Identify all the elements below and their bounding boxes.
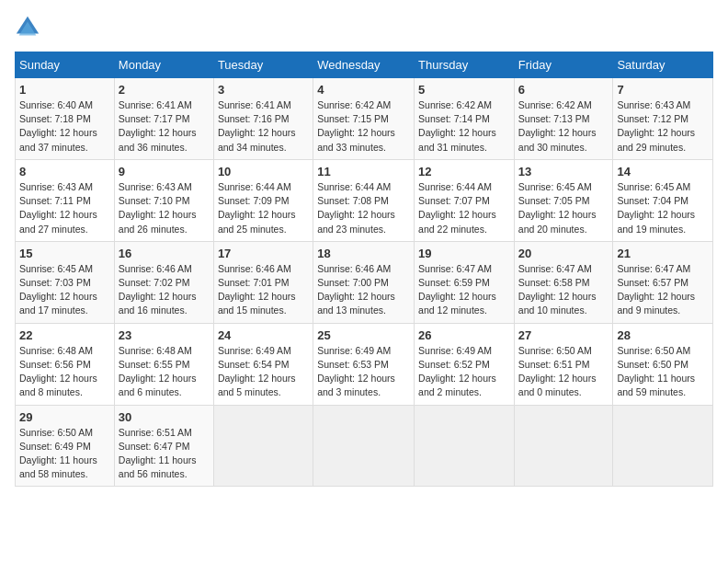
day-number: 2: [119, 83, 210, 97]
day-number: 13: [518, 165, 609, 178]
day-number: 7: [617, 83, 709, 97]
day-info: Sunrise: 6:47 AM Sunset: 6:59 PM Dayligh…: [418, 262, 510, 318]
day-info: Sunrise: 6:41 AM Sunset: 7:16 PM Dayligh…: [218, 98, 309, 155]
calendar-cell: 3Sunrise: 6:41 AM Sunset: 7:16 PM Daylig…: [213, 78, 313, 160]
calendar-cell: 27Sunrise: 6:50 AM Sunset: 6:51 PM Dayli…: [514, 323, 613, 405]
calendar-cell: 11Sunrise: 6:44 AM Sunset: 7:08 PM Dayli…: [313, 159, 415, 241]
calendar-header-wednesday: Wednesday: [313, 52, 415, 78]
calendar-cell: 6Sunrise: 6:42 AM Sunset: 7:13 PM Daylig…: [514, 78, 613, 160]
day-number: 26: [418, 328, 510, 342]
logo-icon: [15, 15, 40, 40]
day-info: Sunrise: 6:42 AM Sunset: 7:13 PM Dayligh…: [518, 98, 609, 155]
day-number: 17: [218, 247, 309, 260]
calendar-week-row: 29Sunrise: 6:50 AM Sunset: 6:49 PM Dayli…: [16, 405, 713, 487]
calendar-header-row: SundayMondayTuesdayWednesdayThursdayFrid…: [16, 52, 713, 78]
day-number: 23: [119, 328, 210, 342]
calendar-cell: 19Sunrise: 6:47 AM Sunset: 6:59 PM Dayli…: [415, 241, 515, 323]
day-number: 9: [119, 165, 210, 178]
day-info: Sunrise: 6:44 AM Sunset: 7:08 PM Dayligh…: [317, 180, 410, 236]
day-info: Sunrise: 6:45 AM Sunset: 7:03 PM Dayligh…: [19, 262, 110, 318]
calendar-header-sunday: Sunday: [16, 52, 115, 78]
calendar-cell: 10Sunrise: 6:44 AM Sunset: 7:09 PM Dayli…: [213, 159, 313, 241]
day-info: Sunrise: 6:46 AM Sunset: 7:02 PM Dayligh…: [119, 262, 210, 318]
calendar-cell: 15Sunrise: 6:45 AM Sunset: 7:03 PM Dayli…: [16, 241, 115, 323]
calendar-cell: 1Sunrise: 6:40 AM Sunset: 7:18 PM Daylig…: [16, 78, 115, 160]
calendar-header-friday: Friday: [514, 52, 613, 78]
calendar-cell: 29Sunrise: 6:50 AM Sunset: 6:49 PM Dayli…: [16, 405, 115, 487]
calendar-header-monday: Monday: [114, 52, 213, 78]
day-number: 3: [218, 83, 309, 97]
day-info: Sunrise: 6:40 AM Sunset: 7:18 PM Dayligh…: [19, 98, 110, 155]
calendar-cell: 8Sunrise: 6:43 AM Sunset: 7:11 PM Daylig…: [16, 159, 115, 241]
day-number: 11: [317, 165, 410, 178]
calendar-cell: 21Sunrise: 6:47 AM Sunset: 6:57 PM Dayli…: [613, 241, 713, 323]
calendar-cell: 25Sunrise: 6:49 AM Sunset: 6:53 PM Dayli…: [313, 323, 415, 405]
day-info: Sunrise: 6:42 AM Sunset: 7:15 PM Dayligh…: [317, 98, 410, 155]
day-number: 29: [19, 410, 110, 424]
calendar-cell: 17Sunrise: 6:46 AM Sunset: 7:01 PM Dayli…: [213, 241, 313, 323]
calendar-week-row: 1Sunrise: 6:40 AM Sunset: 7:18 PM Daylig…: [16, 78, 713, 160]
day-info: Sunrise: 6:47 AM Sunset: 6:57 PM Dayligh…: [617, 262, 709, 318]
logo: [15, 15, 44, 40]
calendar-cell: 28Sunrise: 6:50 AM Sunset: 6:50 PM Dayli…: [613, 323, 713, 405]
calendar-cell: 9Sunrise: 6:43 AM Sunset: 7:10 PM Daylig…: [114, 159, 213, 241]
day-number: 28: [617, 328, 709, 342]
day-info: Sunrise: 6:45 AM Sunset: 7:04 PM Dayligh…: [617, 180, 709, 236]
day-info: Sunrise: 6:44 AM Sunset: 7:09 PM Dayligh…: [218, 180, 309, 236]
day-number: 8: [19, 165, 110, 178]
day-info: Sunrise: 6:51 AM Sunset: 6:47 PM Dayligh…: [119, 426, 210, 482]
day-info: Sunrise: 6:48 AM Sunset: 6:56 PM Dayligh…: [19, 344, 110, 400]
day-info: Sunrise: 6:42 AM Sunset: 7:14 PM Dayligh…: [418, 98, 510, 155]
calendar-cell: 26Sunrise: 6:49 AM Sunset: 6:52 PM Dayli…: [415, 323, 515, 405]
calendar-cell: 7Sunrise: 6:43 AM Sunset: 7:12 PM Daylig…: [613, 78, 713, 160]
calendar-cell: 5Sunrise: 6:42 AM Sunset: 7:14 PM Daylig…: [415, 78, 515, 160]
day-info: Sunrise: 6:50 AM Sunset: 6:51 PM Dayligh…: [518, 344, 609, 400]
calendar-week-row: 8Sunrise: 6:43 AM Sunset: 7:11 PM Daylig…: [16, 159, 713, 241]
day-info: Sunrise: 6:50 AM Sunset: 6:50 PM Dayligh…: [617, 344, 709, 400]
calendar-cell: [415, 405, 515, 487]
day-number: 15: [19, 247, 110, 260]
day-info: Sunrise: 6:46 AM Sunset: 7:00 PM Dayligh…: [317, 262, 410, 318]
day-number: 27: [518, 328, 609, 342]
calendar-week-row: 15Sunrise: 6:45 AM Sunset: 7:03 PM Dayli…: [16, 241, 713, 323]
day-number: 10: [218, 165, 309, 178]
calendar-week-row: 22Sunrise: 6:48 AM Sunset: 6:56 PM Dayli…: [16, 323, 713, 405]
calendar-cell: 24Sunrise: 6:49 AM Sunset: 6:54 PM Dayli…: [213, 323, 313, 405]
day-info: Sunrise: 6:46 AM Sunset: 7:01 PM Dayligh…: [218, 262, 309, 318]
calendar-cell: 18Sunrise: 6:46 AM Sunset: 7:00 PM Dayli…: [313, 241, 415, 323]
day-number: 1: [19, 83, 110, 97]
page-header: [15, 15, 713, 40]
day-number: 25: [317, 328, 410, 342]
day-number: 21: [617, 247, 709, 260]
day-info: Sunrise: 6:41 AM Sunset: 7:17 PM Dayligh…: [119, 98, 210, 155]
calendar-cell: [613, 405, 713, 487]
calendar-cell: [313, 405, 415, 487]
day-info: Sunrise: 6:49 AM Sunset: 6:54 PM Dayligh…: [218, 344, 309, 400]
day-info: Sunrise: 6:50 AM Sunset: 6:49 PM Dayligh…: [19, 426, 110, 482]
calendar-cell: 16Sunrise: 6:46 AM Sunset: 7:02 PM Dayli…: [114, 241, 213, 323]
day-number: 6: [518, 83, 609, 97]
calendar-cell: 23Sunrise: 6:48 AM Sunset: 6:55 PM Dayli…: [114, 323, 213, 405]
day-info: Sunrise: 6:48 AM Sunset: 6:55 PM Dayligh…: [119, 344, 210, 400]
calendar-cell: 30Sunrise: 6:51 AM Sunset: 6:47 PM Dayli…: [114, 405, 213, 487]
day-number: 24: [218, 328, 309, 342]
day-info: Sunrise: 6:44 AM Sunset: 7:07 PM Dayligh…: [418, 180, 510, 236]
day-number: 19: [418, 247, 510, 260]
day-number: 18: [317, 247, 410, 260]
calendar-cell: 12Sunrise: 6:44 AM Sunset: 7:07 PM Dayli…: [415, 159, 515, 241]
calendar-cell: 13Sunrise: 6:45 AM Sunset: 7:05 PM Dayli…: [514, 159, 613, 241]
calendar-cell: [514, 405, 613, 487]
day-info: Sunrise: 6:43 AM Sunset: 7:10 PM Dayligh…: [119, 180, 210, 236]
day-number: 14: [617, 165, 709, 178]
calendar-header-saturday: Saturday: [613, 52, 713, 78]
calendar-cell: [213, 405, 313, 487]
day-info: Sunrise: 6:43 AM Sunset: 7:11 PM Dayligh…: [19, 180, 110, 236]
calendar-header-thursday: Thursday: [415, 52, 515, 78]
calendar-header-tuesday: Tuesday: [213, 52, 313, 78]
day-number: 30: [119, 410, 210, 424]
day-number: 16: [119, 247, 210, 260]
calendar-cell: 14Sunrise: 6:45 AM Sunset: 7:04 PM Dayli…: [613, 159, 713, 241]
day-info: Sunrise: 6:45 AM Sunset: 7:05 PM Dayligh…: [518, 180, 609, 236]
day-number: 4: [317, 83, 410, 97]
calendar-table: SundayMondayTuesdayWednesdayThursdayFrid…: [15, 52, 713, 487]
